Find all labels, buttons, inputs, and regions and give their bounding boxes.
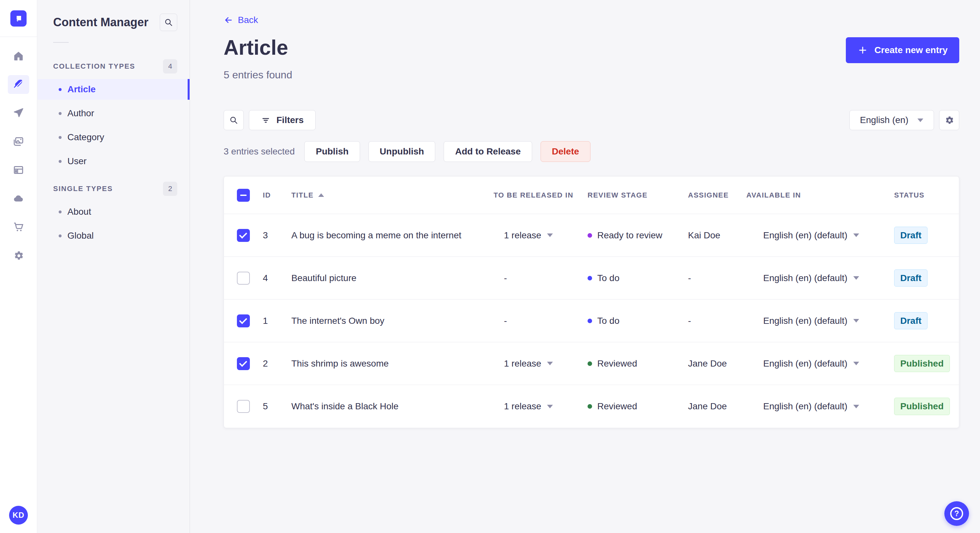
locale-select[interactable]: English (en)	[850, 110, 934, 130]
table-row[interactable]: 2 This shrimp is awesome 1 release Revie…	[224, 342, 959, 385]
media-library-icon[interactable]	[8, 132, 29, 151]
table-row[interactable]: 5 What's inside a Black Hole 1 release R…	[224, 385, 959, 428]
gear-icon	[944, 115, 955, 125]
main-content: Back Article Create new entry 5 entries …	[190, 0, 980, 428]
home-icon[interactable]	[8, 47, 29, 65]
publish-button[interactable]: Publish	[304, 141, 360, 162]
column-header-assignee: ASSIGNEE	[681, 191, 740, 200]
delete-button[interactable]: Delete	[541, 141, 590, 162]
cell-id: 2	[256, 359, 285, 369]
cell-available-in[interactable]: English (en) (default)	[740, 359, 888, 369]
cell-status: Published	[888, 398, 959, 415]
stage-dot	[587, 404, 592, 409]
table-search-button[interactable]	[224, 110, 244, 130]
select-all-checkbox[interactable]	[237, 189, 250, 202]
cloud-icon[interactable]	[8, 189, 29, 208]
filters-button[interactable]: Filters	[249, 110, 316, 130]
filter-icon	[261, 115, 270, 125]
cell-status: Draft	[888, 227, 959, 244]
strapi-logo[interactable]	[10, 10, 27, 27]
help-button[interactable]: ?	[944, 501, 969, 526]
cell-status: Draft	[888, 312, 959, 330]
bullet-icon	[59, 88, 62, 91]
table-header-row: ID TITLE TO BE RELEASED IN REVIEW STAGE …	[224, 176, 959, 214]
table-row[interactable]: 4 Beautiful picture - To do - English (e…	[224, 257, 959, 300]
table-row[interactable]: 1 The internet's Own boy - To do - Engli…	[224, 300, 959, 342]
row-checkbox[interactable]	[237, 400, 250, 413]
stage-dot	[587, 276, 592, 281]
row-checkbox[interactable]	[237, 314, 250, 327]
column-header-title[interactable]: TITLE	[285, 191, 487, 200]
sidebar-item-label: Author	[67, 108, 94, 119]
selection-count-label: 3 entries selected	[224, 146, 294, 157]
subnav-title: Content Manager	[53, 16, 148, 29]
chevron-down-icon	[853, 233, 859, 237]
subnav-search-button[interactable]	[160, 14, 177, 31]
unpublish-button[interactable]: Unpublish	[369, 141, 436, 162]
sidebar-item-label: Global	[67, 230, 94, 241]
marketplace-icon[interactable]	[8, 217, 29, 236]
column-header-id: ID	[256, 191, 285, 200]
chevron-down-icon	[547, 405, 553, 408]
row-checkbox[interactable]	[237, 357, 250, 370]
main-nav-rail: KD	[0, 0, 37, 533]
cell-review-stage: Reviewed	[581, 359, 681, 369]
sidebar-item-author[interactable]: Author	[38, 103, 189, 124]
chevron-down-icon	[547, 362, 553, 365]
stage-dot	[587, 233, 592, 238]
content-type-builder-icon[interactable]	[8, 160, 29, 179]
cell-available-in[interactable]: English (en) (default)	[740, 230, 888, 241]
sidebar-item-user[interactable]: User	[38, 151, 189, 171]
column-header-to-be-released-in: TO BE RELEASED IN	[487, 191, 581, 200]
cell-title: What's inside a Black Hole	[285, 401, 487, 412]
cell-to-be-released-in[interactable]: 1 release	[487, 230, 581, 241]
brand-logo-wrap	[0, 0, 37, 37]
cell-available-in[interactable]: English (en) (default)	[740, 273, 888, 283]
back-link[interactable]: Back	[224, 15, 258, 25]
cell-assignee: -	[681, 273, 740, 283]
cell-available-in[interactable]: English (en) (default)	[740, 316, 888, 326]
plus-icon	[858, 45, 868, 56]
cell-to-be-released-in[interactable]: 1 release	[487, 359, 581, 369]
sidebar-item-global[interactable]: Global	[38, 225, 189, 246]
cell-id: 3	[256, 230, 285, 241]
cell-assignee: Kai Doe	[681, 230, 740, 241]
cell-title: Beautiful picture	[285, 273, 487, 283]
rail-nav	[0, 47, 37, 265]
single-types-count: 2	[163, 182, 177, 196]
cell-to-be-released-in: -	[487, 316, 581, 326]
cell-id: 5	[256, 401, 285, 412]
sidebar-item-category[interactable]: Category	[38, 127, 189, 148]
chevron-down-icon	[547, 233, 553, 237]
user-avatar[interactable]: KD	[9, 506, 28, 525]
create-new-entry-button[interactable]: Create new entry	[846, 37, 959, 63]
cell-title: A bug is becoming a meme on the internet	[285, 230, 487, 241]
sidebar-item-article[interactable]: Article	[38, 79, 189, 100]
cell-to-be-released-in[interactable]: 1 release	[487, 401, 581, 412]
subnav-divider	[53, 42, 69, 43]
row-checkbox[interactable]	[237, 229, 250, 242]
status-badge: Published	[894, 398, 950, 415]
collection-types-label: COLLECTION TYPES	[53, 62, 135, 71]
cell-title: This shrimp is awesome	[285, 359, 487, 369]
view-settings-button[interactable]	[939, 110, 959, 130]
stage-dot	[587, 319, 592, 323]
bullet-icon	[59, 136, 62, 139]
sidebar-item-about[interactable]: About	[38, 201, 189, 222]
column-header-available-in: AVAILABLE IN	[740, 191, 888, 200]
bullet-icon	[59, 112, 62, 115]
content-manager-icon[interactable]	[8, 75, 29, 94]
cell-status: Published	[888, 355, 959, 373]
bullet-icon	[59, 211, 62, 213]
stage-dot	[587, 362, 592, 366]
column-header-review-stage: REVIEW STAGE	[581, 191, 681, 200]
row-checkbox[interactable]	[237, 272, 250, 285]
cell-assignee: Jane Doe	[681, 401, 740, 412]
cell-id: 1	[256, 316, 285, 326]
cell-available-in[interactable]: English (en) (default)	[740, 401, 888, 412]
add-to-release-button[interactable]: Add to Release	[444, 141, 532, 162]
releases-icon[interactable]	[8, 104, 29, 122]
settings-icon[interactable]	[8, 246, 29, 265]
chevron-down-icon	[853, 405, 859, 408]
table-row[interactable]: 3 A bug is becoming a meme on the intern…	[224, 214, 959, 257]
